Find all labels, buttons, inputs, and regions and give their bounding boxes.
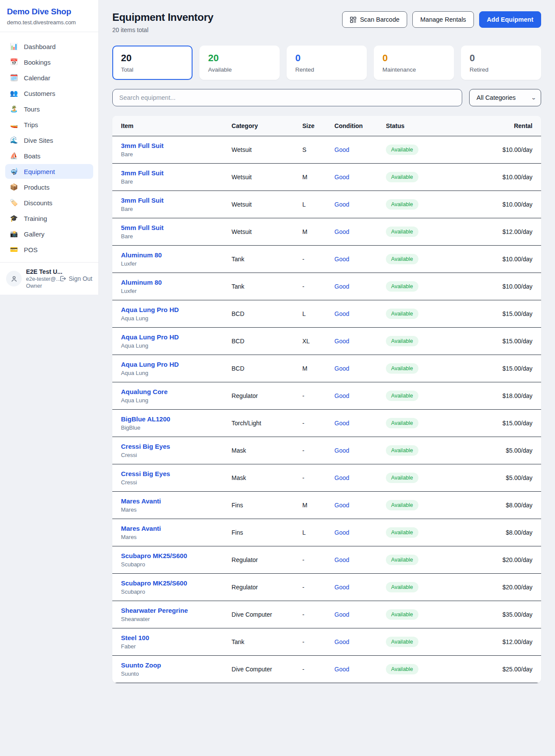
stat-card[interactable]: 0 Rented [287,46,367,80]
sidebar-item[interactable]: 📅 Bookings [5,55,93,69]
search-input[interactable] [112,89,462,106]
stat-card[interactable]: 20 Total [112,46,193,80]
rental-cell: $5.00/day [455,464,541,492]
sidebar-item[interactable]: 🎓 Training [5,211,93,226]
barcode-qr-icon [350,16,356,23]
item-name-link[interactable]: Aqua Lung Pro HD [121,333,179,341]
sidebar-item[interactable]: 📊 Dashboard [5,39,93,54]
equipment-table-card: Item Category Size Condition Status Rent… [112,116,541,683]
condition-link[interactable]: Good [334,228,349,235]
table-row: 3mm Full Suit Bare Wetsuit S Good Availa… [112,136,541,164]
filters-row: All Categories ⌄ [112,89,541,106]
user-role: Owner [26,283,55,289]
sidebar-item[interactable]: ⛵ Boats [5,148,93,163]
condition-link[interactable]: Good [334,556,349,563]
item-name-link[interactable]: Aqua Lung Pro HD [121,361,179,368]
manage-rentals-button[interactable]: Manage Rentals [412,11,474,28]
sidebar-item[interactable]: 🏝️ Tours [5,102,93,116]
condition-link[interactable]: Good [334,256,349,263]
condition-link[interactable]: Good [334,529,349,536]
item-name-link[interactable]: Scubapro MK25/S600 [121,552,187,559]
category-cell: Tank [228,246,299,273]
shop-name: Demo Dive Shop [7,7,91,16]
user-email: e2e-tester@... [26,276,55,282]
condition-link[interactable]: Good [334,310,349,317]
status-badge: Available [386,664,418,674]
category-select-value: All Categories [477,94,516,101]
item-name-link[interactable]: 3mm Full Suit [121,169,163,177]
sidebar-item[interactable]: 📦 Products [5,180,93,194]
sidebar-item[interactable]: 🚤 Trips [5,117,93,132]
item-name-link[interactable]: BigBlue AL1200 [121,415,170,423]
item-name-link[interactable]: Aluminum 80 [121,251,162,259]
item-name-link[interactable]: Aluminum 80 [121,279,162,286]
add-equipment-button[interactable]: Add Equipment [479,11,541,28]
item-name-link[interactable]: Aqua Lung Pro HD [121,306,179,313]
items-total-text: 20 items total [112,26,213,33]
item-cell: BigBlue AL1200 BigBlue [112,410,228,437]
status-cell: Available [382,136,455,164]
item-name-link[interactable]: Mares Avanti [121,525,161,532]
sidebar-item[interactable]: 🌊 Dive Sites [5,133,93,148]
condition-link[interactable]: Good [334,174,349,181]
people-icon: 👥 [10,89,18,97]
sidebar: Demo Dive Shop demo.test.divestreams.com… [0,0,99,295]
condition-link[interactable]: Good [334,420,349,427]
condition-link[interactable]: Good [334,474,349,481]
sidebar-item[interactable]: 🏷️ Discounts [5,195,93,210]
item-name-link[interactable]: 3mm Full Suit [121,142,163,149]
sign-out-button[interactable]: Sign Out [59,275,92,282]
condition-link[interactable]: Good [334,392,349,399]
condition-link[interactable]: Good [334,638,349,645]
item-cell: 3mm Full Suit Bare [112,164,228,191]
condition-cell: Good [331,656,382,683]
item-name-link[interactable]: Mares Avanti [121,497,161,505]
stat-label: Available [208,66,271,73]
item-name-link[interactable]: 5mm Full Suit [121,224,163,231]
item-name-link[interactable]: Steel 100 [121,634,149,641]
status-cell: Available [382,656,455,683]
item-name-link[interactable]: 3mm Full Suit [121,197,163,204]
item-brand: Suunto [121,671,225,677]
sidebar-item[interactable]: 💳 POS [5,242,93,257]
brand-block: Demo Dive Shop demo.test.divestreams.com [0,0,98,32]
stat-card[interactable]: 0 Retired [461,46,541,80]
sign-out-label: Sign Out [69,275,92,282]
scan-barcode-button[interactable]: Scan Barcode [342,11,407,28]
condition-link[interactable]: Good [334,666,349,673]
condition-link[interactable]: Good [334,201,349,208]
table-row: Aqualung Core Aqua Lung Regulator - Good… [112,382,541,410]
condition-link[interactable]: Good [334,611,349,618]
category-cell: Fins [228,492,299,519]
item-name-link[interactable]: Shearwater Peregrine [121,607,188,614]
item-name-link[interactable]: Cressi Big Eyes [121,470,170,477]
table-row: Aluminum 80 Luxfer Tank - Good Available… [112,246,541,273]
sidebar-item[interactable]: 🗓️ Calendar [5,70,93,85]
stat-card[interactable]: 20 Available [199,46,280,80]
item-name-link[interactable]: Aqualung Core [121,388,168,395]
condition-link[interactable]: Good [334,283,349,290]
size-cell: - [299,574,331,601]
condition-cell: Good [331,382,382,410]
item-name-link[interactable]: Scubapro MK25/S600 [121,579,187,587]
condition-link[interactable]: Good [334,146,349,153]
condition-link[interactable]: Good [334,447,349,454]
category-select[interactable]: All Categories ⌄ [469,89,541,106]
status-cell: Available [382,437,455,464]
rental-cell: $8.00/day [455,492,541,519]
condition-link[interactable]: Good [334,338,349,345]
item-brand: Aqua Lung [121,397,225,404]
sidebar-item[interactable]: 👥 Customers [5,86,93,101]
condition-link[interactable]: Good [334,365,349,372]
condition-link[interactable]: Good [334,584,349,591]
item-name-link[interactable]: Cressi Big Eyes [121,443,170,450]
sidebar-item[interactable]: 📸 Gallery [5,227,93,241]
size-cell: - [299,464,331,492]
calendar-date-icon: 📅 [10,58,18,66]
item-name-link[interactable]: Suunto Zoop [121,661,161,669]
manage-rentals-label: Manage Rentals [420,16,466,23]
condition-link[interactable]: Good [334,502,349,509]
sidebar-item[interactable]: 🤿 Equipment [5,164,93,179]
scan-barcode-label: Scan Barcode [360,16,399,23]
stat-card[interactable]: 0 Maintenance [374,46,454,80]
